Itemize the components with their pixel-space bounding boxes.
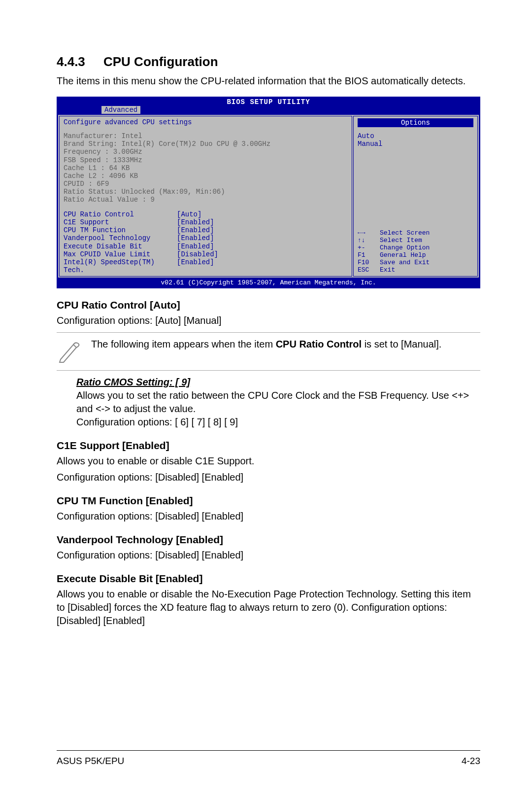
options-list: Auto Manual — [358, 132, 473, 148]
pen-note-icon — [57, 338, 91, 365]
info-line: Ratio Status: Unlocked (Max:09, Min:06) — [64, 188, 348, 196]
bios-setting-row: Execute Disable Bit[Enabled] — [64, 243, 348, 250]
section-number: 4.4.3 — [57, 54, 103, 70]
cpu-ratio-title: CPU Ratio Control [Auto] — [57, 299, 480, 311]
footer-left: ASUS P5K/EPU — [57, 756, 124, 767]
divider — [57, 370, 480, 371]
info-line: Cache L1 : 64 KB — [64, 164, 348, 172]
bios-cpu-info: Manufacturer: Intel Brand String: Intel(… — [64, 132, 348, 204]
page-footer: ASUS P5K/EPU 4-23 — [57, 750, 480, 767]
options-title: Options — [358, 118, 473, 127]
info-line: FSB Speed : 1333MHz — [64, 156, 348, 164]
execute-title: Execute Disable Bit [Enabled] — [57, 573, 480, 585]
c1e-desc1: Allows you to enable or disable C1E Supp… — [57, 454, 480, 468]
section-name: CPU Configuration — [103, 54, 218, 69]
bios-left-header: Configure advanced CPU settings — [64, 118, 348, 126]
ratio-cmos-block: Ratio CMOS Setting: [ 9] Allows you to s… — [76, 376, 480, 429]
bios-setting-row: Vanderpool Technology[Enabled] — [64, 234, 348, 242]
c1e-desc2: Configuration options: [Disabled] [Enabl… — [57, 471, 480, 484]
info-line: Brand String: Intel(R) Core(TM)2 Duo CPU… — [64, 140, 348, 148]
bios-tab-advanced: Advanced — [101, 106, 140, 114]
bios-title: BIOS SETUP UTILITY — [57, 97, 480, 106]
vanderpool-title: Vanderpool Technology [Enabled] — [57, 534, 480, 546]
bios-copyright: v02.61 (C)Copyright 1985-2007, American … — [57, 279, 480, 288]
cputm-title: CPU TM Function [Enabled] — [57, 495, 480, 507]
c1e-title: C1E Support [Enabled] — [57, 440, 480, 452]
note-block: The following item appears when the item… — [57, 338, 480, 365]
section-title: 4.4.3CPU Configuration — [57, 54, 480, 70]
info-line: Manufacturer: Intel — [64, 132, 348, 140]
bios-right-panel: Options Auto Manual ←→Select Screen ↑↓Se… — [353, 116, 478, 277]
execute-desc: Allows you to enable or disable the No-E… — [57, 588, 480, 628]
vanderpool-desc: Configuration options: [Disabled] [Enabl… — [57, 549, 480, 562]
bios-left-panel: Configure advanced CPU settings Manufact… — [59, 116, 352, 277]
option-item: Auto — [358, 132, 473, 140]
ratio-cmos-options: Configuration options: [ 6] [ 7] [ 8] [ … — [76, 416, 480, 429]
bios-setting-row: CPU Ratio Control[Auto] — [64, 210, 348, 218]
ratio-cmos-desc: Allows you to set the ratio between the … — [76, 389, 480, 416]
bios-settings-list: CPU Ratio Control[Auto] C1E Support[Enab… — [64, 210, 348, 274]
bios-tabs: Advanced — [57, 106, 480, 115]
bios-setting-row: CPU TM Function[Enabled] — [64, 226, 348, 234]
bios-setting-row: C1E Support[Enabled] — [64, 218, 348, 226]
ratio-cmos-heading: Ratio CMOS Setting: [ 9] — [76, 376, 480, 389]
bios-setting-row: Intel(R) SpeedStep(TM) Tech.[Enabled] — [64, 258, 348, 274]
cputm-desc: Configuration options: [Disabled] [Enabl… — [57, 510, 480, 523]
section-intro: The items in this menu show the CPU-rela… — [57, 74, 480, 88]
bios-setting-row: Max CPUID Value Limit[Disabled] — [64, 250, 348, 258]
option-item: Manual — [358, 140, 473, 148]
footer-right: 4-23 — [462, 756, 480, 767]
bios-nav-help: ←→Select Screen ↑↓Select Item +-Change O… — [358, 230, 473, 274]
info-line: Ratio Actual Value : 9 — [64, 196, 348, 204]
bios-screenshot: BIOS SETUP UTILITY Advanced Configure ad… — [57, 97, 480, 288]
info-line: Cache L2 : 4096 KB — [64, 172, 348, 180]
cpu-ratio-desc: Configuration options: [Auto] [Manual] — [57, 314, 480, 327]
note-text: The following item appears when the item… — [91, 338, 480, 351]
divider — [57, 332, 480, 333]
info-line: Frequency : 3.00GHz — [64, 148, 348, 156]
info-line: CPUID : 6F9 — [64, 180, 348, 188]
